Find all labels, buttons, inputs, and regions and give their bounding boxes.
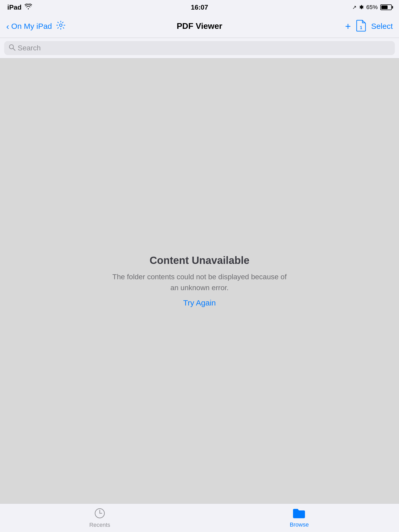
doc-icon[interactable]: 1	[356, 20, 366, 33]
add-button[interactable]: +	[345, 21, 351, 31]
device-label: iPad	[7, 3, 22, 11]
page-title: PDF Viewer	[177, 21, 222, 31]
status-bar-right: ↗ ✱ 65%	[352, 4, 392, 11]
tab-recents-label: Recents	[89, 522, 110, 528]
error-title: Content Unavailable	[150, 255, 250, 266]
svg-line-3	[13, 49, 15, 51]
status-bar: iPad 16:07 ↗ ✱ 65%	[0, 0, 399, 15]
svg-text:1: 1	[360, 25, 362, 30]
main-content: Content Unavailable The folder contents …	[0, 58, 399, 503]
nav-left-section: ‹ On My iPad	[6, 21, 177, 32]
wifi-icon	[25, 4, 32, 11]
tab-browse[interactable]: Browse	[200, 505, 399, 531]
battery-percent: 65%	[366, 4, 378, 11]
browse-folder-icon	[292, 508, 306, 520]
search-bar-container	[0, 38, 399, 58]
recents-icon	[94, 508, 105, 520]
back-chevron-icon[interactable]: ‹	[6, 22, 9, 31]
bluetooth-icon: ✱	[359, 4, 364, 10]
status-bar-left: iPad	[7, 3, 32, 11]
settings-gear-icon[interactable]	[56, 21, 65, 32]
svg-point-2	[9, 45, 14, 49]
nav-right-section: + 1 Select	[222, 20, 393, 33]
location-icon: ↗	[352, 4, 357, 10]
try-again-button[interactable]: Try Again	[183, 298, 216, 307]
svg-point-0	[59, 24, 62, 26]
error-message: The folder contents could not be display…	[109, 271, 290, 293]
select-button[interactable]: Select	[371, 22, 393, 31]
battery-icon	[380, 4, 392, 10]
error-container: Content Unavailable The folder contents …	[98, 244, 301, 318]
navigation-bar: ‹ On My iPad PDF Viewer + 1 Select	[0, 15, 399, 38]
search-icon	[8, 44, 16, 52]
tab-bar: Recents Browse	[0, 503, 399, 532]
status-time: 16:07	[191, 3, 208, 11]
search-input[interactable]	[18, 44, 391, 52]
tab-browse-label: Browse	[290, 521, 309, 528]
tab-recents[interactable]: Recents	[0, 505, 200, 531]
back-button[interactable]: On My iPad	[11, 22, 52, 31]
search-bar	[4, 41, 395, 55]
